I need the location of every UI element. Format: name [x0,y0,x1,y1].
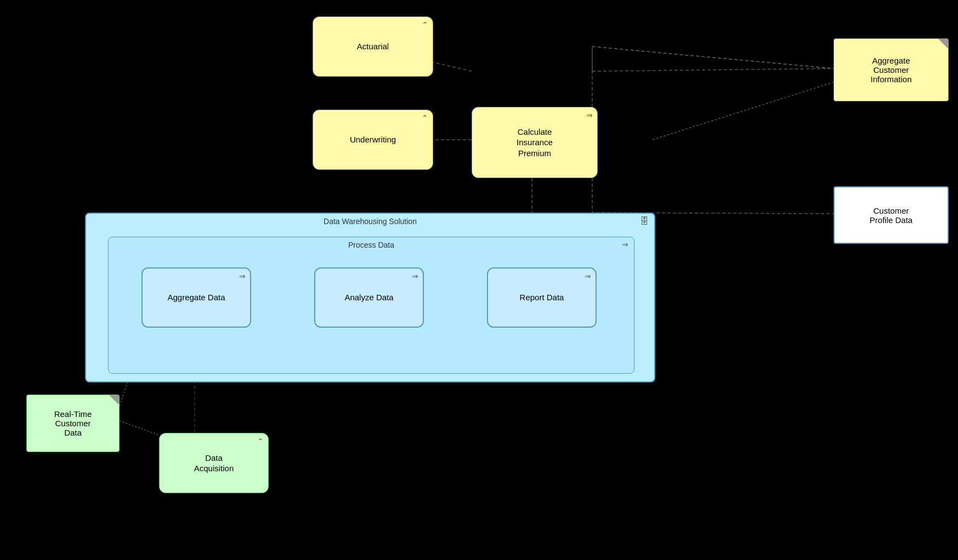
data-acquisition-icon: ⌃ [257,436,264,446]
process-data-label: Process Data [109,241,634,249]
aggregate-data-node: ⇒ Aggregate Data [141,267,251,328]
svg-line-3 [592,68,834,71]
calculate-insurance-node: ⇒ CalculateInsurancePremium [472,107,598,178]
report-data-icon: ⇒ [585,271,591,281]
data-acquisition-node: ⌃ DataAcquisition [159,433,269,493]
doc-fold-icon [938,39,948,49]
calculate-insurance-icon: ⇒ [586,110,593,120]
svg-line-5 [592,47,834,68]
real-time-data-node: Real-TimeCustomerData [26,395,120,452]
report-data-node: ⇒ Report Data [487,267,597,328]
actuarial-node: ⌃ Actuarial [313,16,433,77]
actuarial-icon: ⌃ [422,20,428,30]
diagram-canvas: Data Warehousing Solution 🗄 Process Data… [0,0,958,560]
database-icon: 🗄 [640,216,649,226]
underwriting-node: ⌃ Underwriting [313,110,433,170]
underwriting-icon: ⌃ [422,113,428,123]
data-warehousing-label: Data Warehousing Solution [86,217,654,226]
aggregate-data-icon: ⇒ [239,271,246,281]
aggregate-customer-info-node: AggregateCustomerInformation [834,38,949,101]
svg-line-12 [653,82,834,140]
analyze-data-icon: ⇒ [412,271,418,281]
process-data-container: Process Data ⇒ ⇒ Aggregate Data ⇒ Analyz… [108,237,634,374]
process-data-arrow-icon: ⇒ [622,240,628,249]
real-time-doc-fold [109,395,119,405]
data-warehousing-container: Data Warehousing Solution 🗄 Process Data… [85,213,655,382]
analyze-data-node: ⇒ Analyze Data [314,267,424,328]
customer-profile-data-node: CustomerProfile Data [834,186,949,244]
